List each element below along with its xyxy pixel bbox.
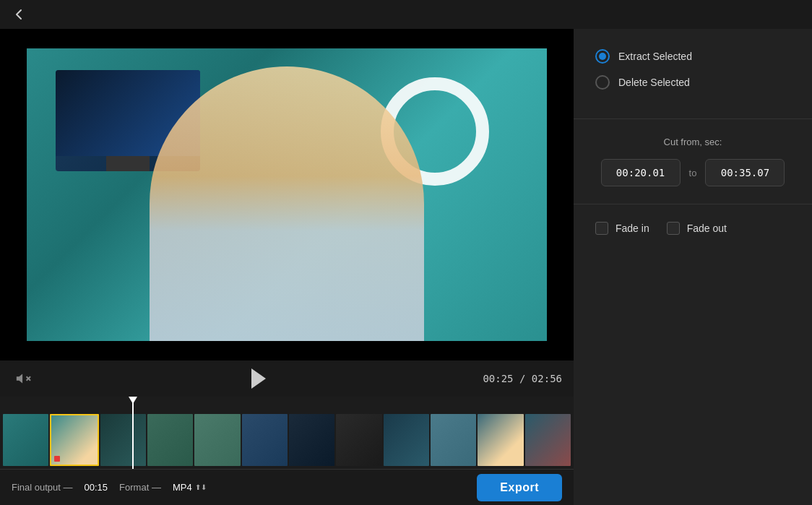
format-value: MP4 <box>173 482 192 493</box>
fade-out-checkbox[interactable] <box>667 222 680 235</box>
options-section: Extract Selected Delete Selected <box>574 29 812 119</box>
start-time-input[interactable] <box>601 159 681 186</box>
timeline-thumbnail[interactable] <box>336 414 381 466</box>
fade-section: Fade in Fade out <box>574 204 812 252</box>
final-output-value: 00:15 <box>85 482 108 493</box>
delete-selected-label: Delete Selected <box>618 77 690 88</box>
timeline-thumbnail[interactable] <box>384 414 429 466</box>
timeline-thumbnail[interactable] <box>525 414 571 466</box>
extract-selected-option[interactable]: Extract Selected <box>595 49 790 64</box>
timeline-thumbnail[interactable] <box>242 414 288 466</box>
extract-selected-radio[interactable] <box>595 49 610 64</box>
delete-selected-radio[interactable] <box>595 75 610 90</box>
play-button[interactable] <box>43 368 474 389</box>
final-output-label: Final output — <box>12 482 73 493</box>
fade-in-option[interactable]: Fade in <box>595 222 649 235</box>
timeline-thumbnail[interactable] <box>147 414 193 466</box>
format-label: Format — <box>119 482 161 493</box>
timeline[interactable] <box>0 397 574 469</box>
fade-in-checkbox[interactable] <box>595 222 608 235</box>
to-label: to <box>689 168 697 178</box>
timeline-thumbnail[interactable] <box>194 414 240 466</box>
timeline-thumbnail[interactable] <box>3 414 48 466</box>
format-arrow-icon: ⬆⬇ <box>195 483 207 491</box>
timeline-thumbnail[interactable] <box>478 414 523 466</box>
selected-marker <box>54 456 60 462</box>
right-panel: Extract Selected Delete Selected Cut fro… <box>574 29 812 505</box>
cut-from-label: Cut from, sec: <box>595 137 790 147</box>
play-icon <box>251 368 266 389</box>
person-overlay <box>150 66 424 341</box>
monitor-stand <box>106 156 150 171</box>
fade-out-label: Fade out <box>687 223 727 234</box>
cut-section: Cut from, sec: to <box>574 119 812 204</box>
bottom-bar: Final output — 00:15 Format — MP4 ⬆⬇ Exp… <box>0 469 574 505</box>
video-frame <box>27 48 547 341</box>
playhead <box>132 397 134 469</box>
top-bar <box>0 0 812 29</box>
timeline-thumbnail[interactable] <box>289 414 334 466</box>
mute-button[interactable] <box>12 367 35 390</box>
delete-selected-option[interactable]: Delete Selected <box>595 75 790 90</box>
video-controls: 00:25 / 02:56 <box>0 361 574 397</box>
export-button[interactable]: Export <box>477 474 562 501</box>
left-panel: 00:25 / 02:56 <box>0 29 574 505</box>
back-button[interactable] <box>9 4 29 25</box>
time-display: 00:25 / 02:56 <box>483 373 562 384</box>
cut-inputs: to <box>595 159 790 186</box>
timeline-thumbnail[interactable] <box>100 414 146 466</box>
extract-selected-label: Extract Selected <box>618 51 692 62</box>
end-time-input[interactable] <box>705 159 785 186</box>
timeline-thumbnail[interactable] <box>431 414 476 466</box>
video-preview <box>0 29 574 361</box>
main-content: 00:25 / 02:56 <box>0 29 812 505</box>
timeline-inner <box>0 411 574 469</box>
fade-in-label: Fade in <box>616 223 649 234</box>
format-selector[interactable]: MP4 ⬆⬇ <box>173 482 207 493</box>
fade-out-option[interactable]: Fade out <box>667 222 727 235</box>
timeline-thumbnail-selected[interactable] <box>50 414 98 466</box>
